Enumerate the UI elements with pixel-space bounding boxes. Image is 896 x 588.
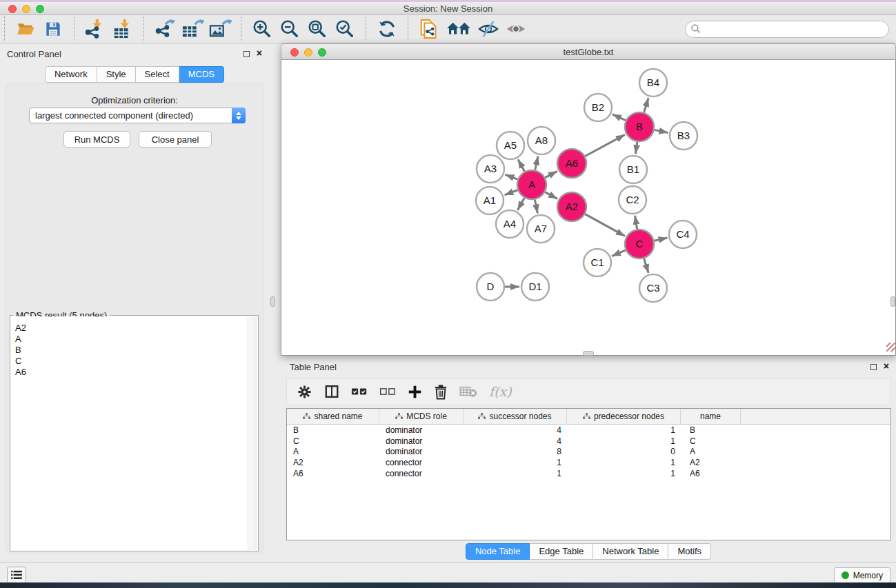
import-table-icon[interactable] [111,18,135,40]
select-all-icon[interactable] [351,386,368,397]
table-cell[interactable]: 0 [567,447,681,456]
network-canvas[interactable]: B4B2BB3A8A5A6A3B1AC2A1A2A4A7C4CC1DD1C3 [281,60,896,356]
window-resize-handle[interactable] [886,343,895,352]
close-panel-icon[interactable]: × [884,361,889,372]
graph-edge-B-B4[interactable] [644,98,649,112]
graph-edge-A-A2[interactable] [545,192,557,199]
graph-node-A4[interactable]: A4 [496,210,524,238]
graph-edge-A-A8[interactable] [535,156,538,170]
add-row-icon[interactable] [408,385,422,399]
memory-button[interactable]: Memory [834,567,890,583]
show-column-icon[interactable] [324,384,339,399]
graph-node-C4[interactable]: C4 [669,221,697,248]
save-session-icon[interactable] [41,18,65,40]
table-row[interactable]: Bdominator41B [287,425,890,436]
table-cell[interactable]: 1 [464,458,567,467]
graph-node-C2[interactable]: C2 [619,186,646,214]
graph-node-B3[interactable]: B3 [670,122,697,150]
graph-edge-C-C2[interactable] [635,216,637,230]
column-header-predecessor-nodes[interactable]: predecessor nodes [567,409,681,424]
run-mcds-button[interactable]: Run MCDS [63,131,130,148]
table-cell[interactable]: 1 [567,425,681,435]
graph-edge-A-A7[interactable] [535,200,537,214]
graph-edge-A-A4[interactable] [517,198,524,210]
result-scrollbar[interactable] [248,316,257,550]
canvas-bottom-scroll-thumb[interactable] [583,351,594,356]
graph-edge-B-B3[interactable] [655,130,668,132]
column-header-successor-nodes[interactable]: successor nodes [464,409,567,424]
delete-table-icon[interactable] [459,385,477,398]
float-panel-icon[interactable] [870,364,877,370]
table-cell[interactable]: A2 [287,458,379,467]
settings-gear-icon[interactable] [297,384,312,400]
graph-node-C3[interactable]: C3 [639,274,667,302]
show-all-icon[interactable] [504,18,528,40]
graph-node-C1[interactable]: C1 [584,249,611,276]
tab-network[interactable]: Network [45,66,97,83]
mcds-result-list[interactable]: A2ABCA6 [11,316,248,550]
table-cell[interactable]: B [287,425,379,435]
graph-node-A6[interactable]: A6 [557,149,586,178]
graph-edge-C-C3[interactable] [644,258,649,273]
table-cell[interactable]: 1 [567,436,681,446]
table-cell[interactable]: 1 [567,458,681,467]
open-file-icon[interactable] [14,18,37,40]
table-cell[interactable]: 4 [464,425,567,435]
table-cell[interactable]: C [287,436,379,446]
graph-edge-A-A1[interactable] [505,190,518,195]
search-box[interactable] [685,21,889,38]
result-item[interactable]: A [15,334,243,345]
table-cell[interactable]: 4 [464,436,567,446]
table-row[interactable]: A2connector11A2 [287,457,890,468]
table-cell[interactable]: 8 [464,447,567,456]
graph-node-A7[interactable]: A7 [527,215,555,243]
tab-edge-table[interactable]: Edge Table [530,543,593,560]
table-cell[interactable]: dominator [379,425,464,435]
graph-node-B1[interactable]: B1 [619,156,647,183]
graph-node-A3[interactable]: A3 [477,155,504,183]
column-header-name[interactable]: name [681,409,741,424]
zoom-fit-icon[interactable] [306,18,329,40]
app-titlebar[interactable]: Session: New Session [0,2,896,15]
task-history-button[interactable] [7,567,26,583]
criterion-dropdown[interactable]: largest connected component (directed) [29,108,246,123]
delete-row-icon[interactable] [434,384,448,400]
graph-node-A5[interactable]: A5 [497,132,524,159]
export-image-icon[interactable] [208,18,232,40]
graph-node-C[interactable]: C [625,230,654,258]
close-panel-button[interactable]: Close panel [139,131,212,148]
table-cell[interactable]: 1 [464,469,567,478]
table-cell[interactable]: dominator [379,447,464,456]
graph-node-D1[interactable]: D1 [521,273,549,301]
hide-selected-icon[interactable] [477,18,500,40]
graph-edge-A6-B[interactable] [585,134,625,156]
tab-mcds[interactable]: MCDS [179,66,224,83]
graph-edge-A-A6[interactable] [545,171,557,177]
zoom-selected-icon[interactable] [333,18,357,40]
graph-edge-C-C1[interactable] [612,250,626,256]
float-panel-icon[interactable] [243,51,250,57]
table-cell[interactable]: B [681,425,741,435]
table-row[interactable]: A6connector11A6 [287,468,890,479]
graph-edge-A-A3[interactable] [505,174,517,179]
graph-edge-B-B2[interactable] [613,114,626,121]
column-header-shared-name[interactable]: shared name [287,409,379,424]
graph-edge-B-B1[interactable] [635,142,637,154]
tab-select[interactable]: Select [136,66,179,83]
table-cell[interactable]: A6 [681,469,741,478]
graph-node-A1[interactable]: A1 [476,187,504,214]
table-cell[interactable]: A [287,447,379,456]
table-cell[interactable]: A2 [681,458,741,467]
export-table-icon[interactable] [181,18,204,40]
canvas-left-scroll-thumb[interactable] [270,296,275,307]
function-builder-icon[interactable]: f(x) [489,384,512,399]
tab-style[interactable]: Style [97,66,136,83]
first-neighbors-icon[interactable] [445,18,472,40]
graph-node-A2[interactable]: A2 [557,192,586,221]
tab-motifs[interactable]: Motifs [668,543,711,560]
zoom-out-icon[interactable] [278,18,301,40]
table-cell[interactable]: connector [379,469,464,478]
graph-edge-A2-C[interactable] [585,214,625,236]
tab-network-table[interactable]: Network Table [593,543,668,560]
table-cell[interactable]: dominator [379,436,464,446]
